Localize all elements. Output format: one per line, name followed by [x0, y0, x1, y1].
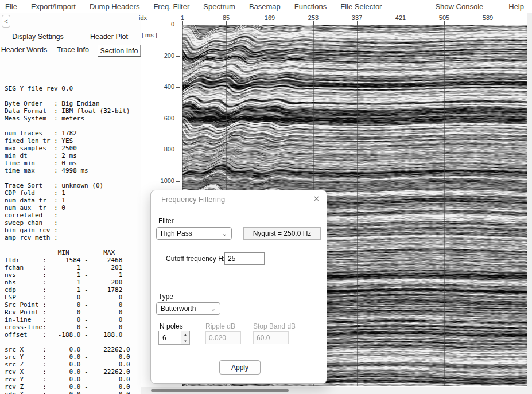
y-tick-label: 400 — [138, 83, 174, 90]
x-tick-label: 589 — [483, 14, 493, 21]
cutoff-frequency-label: Cutoff frequency Hz — [166, 255, 227, 263]
stopband-label: Stop Band dB — [253, 322, 296, 330]
x-tick-mark — [488, 21, 488, 25]
npoles-value: 6 — [159, 331, 181, 344]
tab-row-2: Header Words Trace Info Section Info — [0, 44, 141, 58]
filter-label: Filter — [158, 217, 174, 225]
sidebar-panel: < Display Settings Header Plot Header Wo… — [0, 13, 141, 394]
tab-separator — [75, 33, 75, 43]
menu-freq-filter[interactable]: Freq. Filter — [153, 2, 189, 11]
type-dropdown-value: Butterworth — [161, 305, 196, 313]
x-tick-mark — [270, 21, 270, 25]
y-tick-mark — [176, 87, 180, 88]
y-tick-label: 600 — [138, 115, 174, 122]
menu-file-selector[interactable]: File Selector — [340, 2, 382, 11]
menu-basemap[interactable]: Basemap — [249, 2, 281, 11]
menu-bar: File Export/Import Dump Headers Freq. Fi… — [0, 0, 532, 13]
type-dropdown[interactable]: Butterworth ⌄ — [156, 302, 220, 315]
y-tick-label: 200 — [138, 52, 174, 59]
menu-left-group: File Export/Import Dump Headers Freq. Fi… — [0, 2, 382, 11]
tab-header-words-label: Header Words — [1, 46, 47, 54]
x-tick-label: 85 — [223, 14, 230, 21]
nyquist-text: Nyquist = 250.0 Hz — [253, 229, 312, 237]
tab-separator — [95, 46, 95, 56]
filter-dropdown[interactable]: High Pass ⌄ — [156, 227, 232, 240]
x-tick-mark — [444, 21, 445, 25]
ripple-input — [205, 331, 241, 344]
nyquist-readout: Nyquist = 250.0 Hz — [243, 227, 321, 240]
arrow-down-icon: ▼ — [184, 340, 187, 343]
y-tick-mark — [176, 181, 180, 182]
x-tick-label: 253 — [308, 14, 319, 21]
y-tick-label: 0 — [138, 21, 174, 28]
spinner-down-button[interactable]: ▼ — [181, 338, 189, 345]
spinner-up-button[interactable]: ▲ — [181, 331, 189, 338]
x-tick-label: 337 — [352, 14, 362, 21]
y-tick-mark — [176, 150, 180, 150]
menu-help[interactable]: Help — [508, 2, 524, 11]
sidebar-collapse-button[interactable]: < — [2, 15, 10, 28]
cutoff-frequency-input[interactable] — [224, 252, 265, 265]
close-icon[interactable]: ✕ — [313, 194, 320, 203]
menu-right-group: Show Console Help — [435, 2, 532, 11]
x-tick-label: 1 — [181, 14, 184, 21]
tab-section-info[interactable]: Section Info — [98, 45, 141, 57]
npoles-spinner[interactable]: 6 ▲ ▼ — [158, 331, 190, 345]
menu-export-import[interactable]: Export/Import — [31, 2, 76, 11]
chevron-down-icon: ⌄ — [211, 306, 220, 311]
tab-separator — [51, 46, 51, 56]
segy-file-info-text: SEG-Y file rev 0.0 Byte Order : Big Endi… — [5, 85, 130, 394]
menu-show-console[interactable]: Show Console — [435, 2, 483, 11]
tab-trace-info-label: Trace Info — [57, 46, 89, 54]
tab-trace-info[interactable]: Trace Info — [53, 44, 92, 56]
tab-header-words[interactable]: Header Words — [0, 44, 48, 56]
y-tick-mark — [176, 25, 180, 25]
ripple-label: Ripple dB — [205, 322, 235, 330]
menu-dump-headers[interactable]: Dump Headers — [90, 2, 139, 11]
y-tick-mark — [176, 119, 180, 119]
menu-file[interactable]: File — [5, 2, 17, 11]
arrow-up-icon: ▲ — [184, 333, 187, 336]
filter-dropdown-value: High Pass — [161, 229, 192, 237]
npoles-spin-buttons: ▲ ▼ — [181, 331, 189, 344]
apply-button[interactable]: Apply — [219, 360, 261, 375]
chevron-down-icon: ⌄ — [222, 231, 231, 236]
tab-header-plot[interactable]: Header Plot — [80, 31, 138, 43]
y-tick-mark — [176, 56, 180, 57]
menu-functions[interactable]: Functions — [294, 2, 327, 11]
x-tick-label: 505 — [439, 14, 449, 21]
y-tick-label: 800 — [138, 146, 174, 153]
y-tick-label: 1000 — [138, 177, 174, 184]
tab-header-plot-label: Header Plot — [90, 33, 128, 41]
x-tick-mark — [357, 21, 358, 25]
menu-spectrum[interactable]: Spectrum — [203, 2, 235, 11]
x-tick-mark — [182, 21, 183, 25]
x-tick-mark — [313, 21, 314, 25]
x-tick-mark — [226, 21, 227, 25]
frequency-filtering-dialog: Frequency Filtering ✕ Filter High Pass ⌄… — [150, 190, 327, 384]
x-tick-label: 421 — [395, 14, 406, 21]
tab-display-settings-label: Display Settings — [12, 33, 64, 41]
right-margin — [527, 13, 532, 387]
tab-row-1: Display Settings Header Plot — [0, 31, 141, 44]
type-label: Type — [158, 292, 173, 301]
y-axis-title: [ ms ] — [142, 32, 157, 38]
tab-section-info-label: Section Info — [100, 47, 138, 55]
stopband-input — [253, 331, 289, 344]
x-tick-label: 169 — [265, 14, 275, 21]
npoles-label: N poles — [160, 322, 183, 330]
horizontal-scrollbar-thumb[interactable] — [151, 389, 289, 392]
dialog-title: Frequency Filtering — [161, 195, 225, 204]
x-tick-mark — [401, 21, 401, 25]
chevron-left-icon: < — [4, 18, 7, 25]
tab-display-settings[interactable]: Display Settings — [6, 31, 70, 43]
